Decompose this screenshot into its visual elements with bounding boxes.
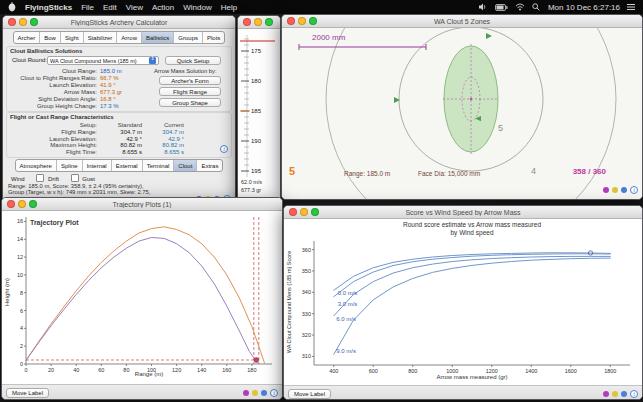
- menu-help[interactable]: Help: [221, 3, 237, 12]
- tab-arrow[interactable]: Arrow: [117, 32, 142, 43]
- tab-groups[interactable]: Groups: [174, 32, 203, 43]
- menubar-clock[interactable]: Mon 10 Dec 6:27:16: [548, 3, 620, 12]
- wind-options-row: Wind Drift Gust: [11, 174, 95, 182]
- drift-label: Drift: [48, 176, 59, 182]
- zoom-button[interactable]: [309, 17, 317, 25]
- mass-readout: 677.3 gr: [241, 187, 261, 193]
- tab-archer[interactable]: Archer: [14, 32, 41, 43]
- magenta-dot-icon[interactable]: [243, 390, 249, 396]
- close-button[interactable]: [243, 18, 251, 26]
- close-button[interactable]: [8, 18, 16, 26]
- info-button[interactable]: [630, 186, 638, 194]
- current-value: 8.655 s: [142, 149, 184, 155]
- info-button[interactable]: [630, 390, 638, 398]
- wind-label: Wind: [11, 176, 25, 182]
- close-button[interactable]: [287, 17, 295, 25]
- flight-range-button[interactable]: Flight Range: [159, 87, 221, 96]
- minimize-button[interactable]: [18, 200, 26, 208]
- zoom-button[interactable]: [265, 18, 273, 26]
- traffic-lights: [243, 18, 273, 26]
- quick-setup-button[interactable]: Quick Setup: [165, 56, 221, 65]
- close-button[interactable]: [7, 200, 15, 208]
- minimize-button[interactable]: [298, 17, 306, 25]
- field-row: Arrow Mass: 677.3 gr: [7, 89, 122, 95]
- menu-app-name[interactable]: FlyingSticks: [25, 3, 72, 12]
- taps-titlebar[interactable]: [238, 16, 280, 29]
- svg-text:360: 360: [302, 247, 311, 253]
- subtab-terminal[interactable]: Terminal: [143, 160, 175, 171]
- trajectory-bottom-bar: Move Label: [2, 384, 282, 400]
- wifi-icon[interactable]: [515, 3, 525, 11]
- magenta-dot-icon[interactable]: [603, 391, 609, 397]
- field-value: 41.9 °: [100, 82, 116, 88]
- calculator-content: Archer Bow Sight Stabilizer Arrow Ballis…: [3, 31, 235, 204]
- menu-window[interactable]: Window: [183, 3, 211, 12]
- tab-plots[interactable]: Plots: [203, 32, 224, 43]
- row-label: Flight Range:: [7, 129, 100, 135]
- field-label: Group Height Change:: [7, 103, 100, 109]
- window-title: Score vs Wind Speed by Arrow Mass: [284, 209, 642, 216]
- close-button[interactable]: [289, 208, 297, 216]
- move-label-button[interactable]: Move Label: [288, 389, 331, 399]
- group-shape-button[interactable]: Group Shape: [159, 98, 221, 107]
- archers-form-button[interactable]: Archer's Form: [159, 76, 221, 85]
- range-value: 185.0 m: [367, 170, 391, 177]
- field-row: Clout Range: 185.0 m: [7, 68, 122, 74]
- field-value: 185.0 m: [100, 68, 122, 74]
- minimize-button[interactable]: [19, 18, 27, 26]
- menu-view[interactable]: View: [126, 3, 143, 12]
- tab-bow[interactable]: Bow: [40, 32, 61, 43]
- score-chart: 4006008001000120014001600180031032033034…: [284, 219, 642, 385]
- field-value: 16.8 °: [100, 96, 116, 102]
- tab-stabilizer[interactable]: Stabilizer: [84, 32, 118, 43]
- yellow-dot-icon[interactable]: [612, 187, 618, 193]
- zoom-button[interactable]: [29, 200, 37, 208]
- score-titlebar[interactable]: Score vs Wind Speed by Arrow Mass: [284, 206, 642, 219]
- yellow-dot-icon[interactable]: [252, 390, 258, 396]
- range-label: Range:: [344, 170, 365, 177]
- yellow-dot-icon[interactable]: [612, 391, 618, 397]
- blue-dot-icon[interactable]: [261, 390, 267, 396]
- calculator-titlebar[interactable]: FlyingSticks Archery Calculator: [3, 16, 235, 29]
- blue-dot-icon[interactable]: [621, 187, 627, 193]
- volume-icon[interactable]: [479, 3, 488, 11]
- window-trajectory-plots: Trajectory Plots (1) 0204060801001201401…: [1, 197, 283, 400]
- row-label: Launch Elevation:: [7, 136, 100, 142]
- minimize-button[interactable]: [254, 18, 262, 26]
- subtab-extras[interactable]: Extras: [197, 160, 222, 171]
- subtab-atmosphere[interactable]: Atmosphere: [16, 160, 57, 171]
- move-label-button[interactable]: Move Label: [6, 388, 49, 398]
- window-score-vs-wind: Score vs Wind Speed by Arrow Mass 400600…: [283, 205, 643, 400]
- subtab-external[interactable]: External: [112, 160, 143, 171]
- zoom-button[interactable]: [30, 18, 38, 26]
- zoom-button[interactable]: [311, 208, 319, 216]
- apple-menu-icon[interactable]: [8, 2, 16, 12]
- subtab-internal[interactable]: Internal: [83, 160, 112, 171]
- drift-checkbox[interactable]: [36, 174, 44, 182]
- menu-file[interactable]: File: [81, 3, 94, 12]
- info-button[interactable]: [270, 389, 278, 397]
- desktop: FlyingSticks File Edit View Action Windo…: [0, 0, 643, 402]
- trajectory-titlebar[interactable]: Trajectory Plots (1): [2, 198, 282, 211]
- blue-dot-icon[interactable]: [621, 391, 627, 397]
- notification-center-icon[interactable]: [627, 3, 635, 11]
- solution-by-label: Arrow Mass Solution by:: [154, 68, 217, 74]
- info-button[interactable]: [220, 145, 228, 153]
- menu-action[interactable]: Action: [152, 3, 174, 12]
- target-titlebar[interactable]: WA Clout 5 Zones: [282, 15, 642, 28]
- svg-text:2: 2: [20, 343, 23, 349]
- tab-ballistics[interactable]: Ballistics: [142, 32, 174, 43]
- gust-checkbox[interactable]: [71, 174, 79, 182]
- zone-5-label: 5: [498, 123, 503, 133]
- subtab-clout[interactable]: Clout: [174, 160, 197, 171]
- minimize-button[interactable]: [300, 208, 308, 216]
- search-icon[interactable]: [532, 3, 540, 11]
- trajectory-chart: 0204060801001201401601800246810121416: [2, 211, 282, 384]
- menu-edit[interactable]: Edit: [103, 3, 117, 12]
- chart-title: Trajectory Plot: [30, 219, 79, 226]
- magenta-dot-icon[interactable]: [603, 187, 609, 193]
- tab-sight[interactable]: Sight: [61, 32, 84, 43]
- clout-round-popup[interactable]: WA Clout Compound Mens (185 m) ⇕: [47, 56, 159, 65]
- subtab-spline[interactable]: Spline: [57, 160, 83, 171]
- battery-icon[interactable]: [495, 4, 508, 11]
